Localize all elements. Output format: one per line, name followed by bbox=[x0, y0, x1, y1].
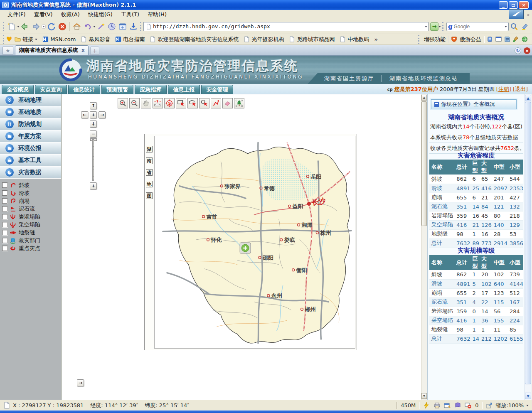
links-overflow-icon[interactable]: » bbox=[372, 36, 380, 42]
refresh-icon[interactable] bbox=[46, 21, 57, 32]
tab-close-icon[interactable]: x bbox=[81, 47, 85, 53]
tabbar-close-icon[interactable]: × bbox=[524, 47, 530, 54]
maxthon-logo[interactable] bbox=[509, 9, 524, 19]
map-canvas[interactable]: 张家界常德岳阳益阳长沙吉首湘潭株州怀化娄底邵阳衡阳永州郴州 bbox=[154, 136, 355, 349]
menu-item[interactable]: 文件(F) bbox=[3, 10, 30, 19]
links-folder-dropdown-icon[interactable] bbox=[35, 39, 37, 42]
nav-tab-预测预警[interactable]: 预测预警 bbox=[101, 85, 133, 94]
search-icon[interactable] bbox=[509, 21, 520, 32]
popup-blocker-icon[interactable] bbox=[465, 402, 472, 409]
zoom-slider-track[interactable] bbox=[92, 139, 94, 181]
menu-item[interactable]: 查看(V) bbox=[30, 10, 57, 19]
page-scroll-up-icon[interactable]: ▲ bbox=[525, 95, 531, 101]
links-folder[interactable]: 链接 bbox=[12, 36, 40, 43]
brush-icon[interactable] bbox=[513, 36, 519, 42]
download-icon[interactable] bbox=[128, 21, 139, 32]
sidebar-group-环境公报[interactable]: 环境公报 bbox=[0, 143, 61, 155]
layer-checkbox[interactable] bbox=[2, 198, 7, 204]
forward-icon[interactable] bbox=[30, 21, 41, 32]
history-dropdown-icon[interactable] bbox=[41, 21, 46, 32]
pan-icon[interactable] bbox=[141, 98, 151, 108]
legend-icon[interactable] bbox=[234, 98, 244, 108]
magic-wand-icon[interactable] bbox=[96, 21, 106, 32]
plugins-label[interactable]: 增强功能 bbox=[424, 36, 446, 43]
new-page-icon[interactable] bbox=[6, 21, 17, 32]
map-scroll-up-icon[interactable]: ▲ bbox=[421, 95, 427, 101]
charity-label[interactable]: 傲游公益 bbox=[460, 36, 481, 43]
undo-icon[interactable] bbox=[82, 21, 93, 32]
sidebar-group-基础地质[interactable]: 基础地质 bbox=[0, 106, 61, 118]
address-dropdown-icon[interactable] bbox=[425, 26, 427, 29]
search-engine-dropdown-icon[interactable] bbox=[505, 26, 507, 29]
favorites-star-icon[interactable]: ★ bbox=[2, 46, 13, 55]
zoom-slider-minus-button[interactable]: − bbox=[90, 130, 97, 138]
link-item[interactable]: 电台指南 bbox=[113, 36, 147, 43]
minimize-button[interactable]: _ bbox=[499, 1, 508, 9]
pan-down-button[interactable]: ↓ bbox=[90, 120, 97, 128]
link-item[interactable]: 欢迎登陆湖南省地质灾害信息系统 bbox=[147, 36, 241, 43]
toolbar-grip[interactable] bbox=[3, 35, 5, 44]
layer-checkbox[interactable] bbox=[2, 246, 7, 251]
menu-overflow-icon[interactable]: » bbox=[525, 12, 531, 17]
zoom-in-icon[interactable] bbox=[118, 98, 128, 108]
nav-tab-应急指挥[interactable]: 应急指挥 bbox=[135, 85, 167, 94]
search-box[interactable]: g bbox=[446, 22, 509, 31]
banner-link[interactable]: 湖南省国土资源厅 bbox=[324, 75, 374, 82]
layer-checkbox[interactable] bbox=[2, 190, 7, 196]
link-item[interactable]: 觅路城市精品网 bbox=[286, 36, 337, 43]
sidebar-group-防治规划[interactable]: 防治规划 bbox=[0, 118, 61, 130]
window-tool-icon[interactable] bbox=[117, 21, 128, 32]
menu-item[interactable]: 收藏(A) bbox=[57, 10, 84, 19]
map-scroll-down-icon[interactable]: ▼ bbox=[421, 393, 427, 399]
highlight-icon[interactable] bbox=[520, 21, 530, 32]
sidebar-group-基本工具[interactable]: 基本工具 bbox=[0, 155, 61, 167]
layer-checkbox[interactable] bbox=[2, 238, 7, 243]
charity-shield-icon[interactable] bbox=[451, 36, 457, 42]
close-button[interactable]: × bbox=[519, 1, 529, 9]
select-rect-icon[interactable] bbox=[176, 98, 186, 108]
tabbar-refresh-icon[interactable]: ↻ bbox=[515, 47, 521, 54]
erase-icon[interactable] bbox=[222, 98, 233, 108]
new-tab-button[interactable]: + bbox=[90, 47, 99, 55]
zoom-slider-plus-button[interactable]: + bbox=[90, 182, 97, 189]
nav-tab-信息统计[interactable]: 信息统计 bbox=[68, 85, 100, 94]
exit-link[interactable]: [退出] bbox=[513, 86, 528, 93]
banner-link[interactable]: 湖南省地质环境监测总站 bbox=[389, 75, 458, 82]
layer-checkbox[interactable] bbox=[2, 182, 7, 188]
boost-lightning-icon[interactable] bbox=[423, 402, 430, 409]
resize-icon[interactable] bbox=[486, 402, 493, 409]
horizontal-scroll-right-button[interactable]: → bbox=[77, 379, 84, 386]
pan-left-button[interactable]: ← bbox=[81, 111, 88, 118]
favorites-heart-icon[interactable]: ♥ bbox=[6, 35, 12, 43]
zoom-out-icon[interactable] bbox=[129, 98, 140, 108]
select-polygon-icon[interactable] bbox=[187, 98, 198, 108]
go-button[interactable]: → bbox=[430, 22, 438, 31]
notes-book-icon[interactable] bbox=[454, 402, 461, 409]
zoom-dropdown-icon[interactable] bbox=[526, 405, 529, 408]
toolbar-grip[interactable] bbox=[3, 22, 5, 31]
zoom-level[interactable]: 缩放:100% bbox=[495, 402, 524, 409]
sidebar-group-年度方案[interactable]: 年度方案 bbox=[0, 130, 61, 143]
page-scroll-down-icon[interactable]: ▼ bbox=[525, 393, 531, 399]
stop-icon[interactable] bbox=[57, 21, 68, 32]
nav-tab-信息上报[interactable]: 信息上报 bbox=[168, 85, 200, 94]
restore-button[interactable] bbox=[509, 1, 518, 9]
nav-tab-安全管理[interactable]: 安全管理 bbox=[201, 85, 233, 94]
menu-item[interactable]: 帮助(H) bbox=[143, 10, 171, 19]
layer-checkbox[interactable] bbox=[2, 214, 7, 219]
search-input[interactable] bbox=[454, 24, 505, 30]
link-item[interactable]: 暴风影音 bbox=[78, 36, 113, 43]
nav-tab-灾点查询[interactable]: 灾点查询 bbox=[35, 85, 67, 94]
full-extent-icon[interactable]: S bbox=[164, 98, 175, 108]
window-icon[interactable] bbox=[495, 36, 502, 42]
pan-up-button[interactable]: ↑ bbox=[90, 102, 97, 109]
logout-link[interactable]: [注销] bbox=[496, 86, 511, 93]
web-icon[interactable] bbox=[522, 36, 528, 42]
note-icon[interactable] bbox=[504, 36, 510, 42]
nav-tab-全省概况[interactable]: 全省概况 bbox=[2, 85, 34, 94]
sidebar-group-灾害数据[interactable]: 灾害数据 bbox=[0, 167, 61, 179]
menu-item[interactable]: 工具(T) bbox=[117, 10, 143, 19]
layer-checkbox[interactable] bbox=[2, 230, 7, 235]
sidebar-group-基础地理[interactable]: 基础地理 bbox=[0, 94, 61, 106]
menu-item[interactable]: 快捷组(G) bbox=[84, 10, 117, 19]
